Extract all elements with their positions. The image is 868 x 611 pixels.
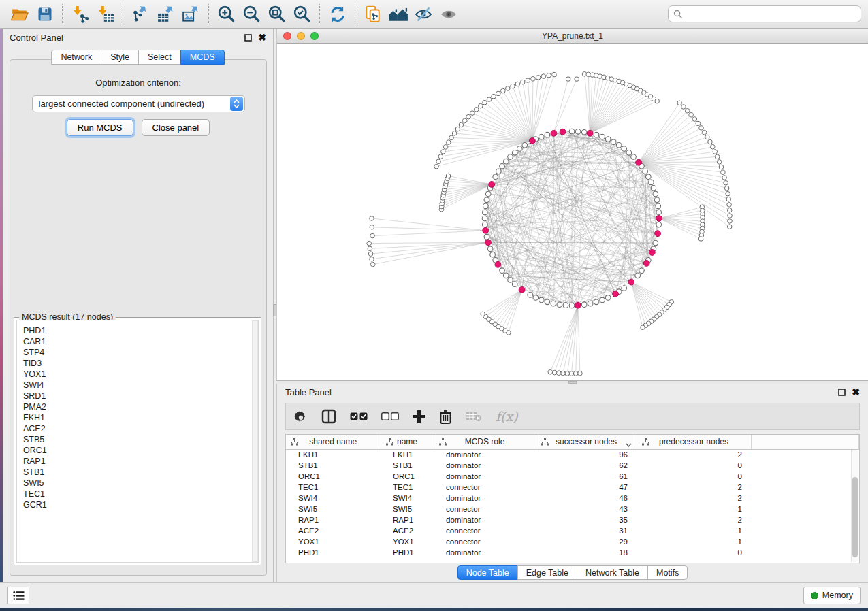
save-session-button[interactable] [32, 3, 57, 25]
window-zoom-traffic-light[interactable] [310, 32, 319, 40]
tab-mcds[interactable]: MCDS [180, 50, 225, 65]
window-close-traffic-light[interactable] [283, 32, 291, 40]
mcds-result-item[interactable]: ORC1 [23, 445, 258, 456]
export-table-button[interactable] [153, 3, 178, 25]
mcds-result-item[interactable]: TEC1 [23, 489, 258, 499]
close-panel-button[interactable]: Close panel [142, 119, 210, 136]
network-canvas[interactable] [277, 44, 868, 380]
vertical-splitter[interactable] [273, 29, 276, 582]
splitter-handle[interactable] [568, 381, 577, 384]
table-scrollbar-thumb[interactable] [852, 477, 858, 557]
plus-icon [413, 410, 425, 423]
mcds-result-item[interactable]: GCR1 [23, 499, 258, 510]
mcds-result-item[interactable]: CAR1 [23, 336, 258, 347]
column-header-MCDS-role[interactable]: MCDS role [434, 435, 536, 449]
search-input[interactable] [686, 10, 856, 19]
table-row[interactable]: FKH1FKH1dominator962 [286, 449, 859, 460]
graph-node [504, 273, 509, 278]
column-header-predecessor-nodes[interactable]: predecessor nodes [637, 435, 751, 449]
mcds-result-item[interactable]: FKH1 [23, 412, 258, 423]
close-panel-icon[interactable]: ✖ [258, 33, 266, 42]
refresh-layout-button[interactable] [325, 3, 350, 25]
clone-network-button[interactable] [360, 3, 385, 25]
tab-edge-table[interactable]: Edge Table [517, 565, 577, 580]
table-row[interactable]: ACE2ACE2connector311 [286, 525, 859, 536]
show-panels-button[interactable] [7, 587, 29, 604]
window-minimize-traffic-light[interactable] [297, 32, 305, 40]
tab-network-table[interactable]: Network Table [577, 565, 648, 580]
table-cell: STB1 [381, 460, 434, 471]
show-all-button[interactable] [436, 3, 461, 25]
table-row[interactable]: SWI4SWI4dominator462 [286, 493, 859, 503]
select-all-button[interactable] [350, 407, 368, 426]
save-icon [37, 6, 53, 22]
add-column-button[interactable] [413, 407, 425, 426]
table-row[interactable]: PHD1PHD1dominator180 [286, 547, 859, 558]
close-panel-icon[interactable]: ✖ [852, 387, 860, 397]
table-row[interactable]: SWI5SWI5connector431 [286, 503, 859, 514]
import-network-button[interactable] [67, 3, 93, 25]
leaf-node [699, 126, 704, 131]
mcds-result-item[interactable]: ACE2 [23, 423, 258, 434]
tab-node-table[interactable]: Node Table [457, 565, 518, 580]
criterion-select[interactable]: largest connected component (undirected) [32, 95, 245, 112]
table-row[interactable]: TEC1TEC1connector472 [286, 482, 859, 493]
table-panel-title: Table Panel [285, 387, 332, 397]
column-header-name[interactable]: name [381, 435, 434, 449]
delete-columns-button[interactable] [439, 407, 452, 426]
tab-motifs[interactable]: Motifs [647, 565, 688, 580]
open-file-button[interactable] [7, 3, 32, 25]
table-row[interactable]: STB1STB1dominator620 [286, 460, 859, 471]
mcds-result-item[interactable]: YOX1 [23, 369, 258, 380]
horizontal-splitter[interactable] [276, 381, 868, 384]
leaf-node [575, 77, 579, 82]
hide-selected-button[interactable] [411, 3, 436, 25]
table-row[interactable]: YOX1YOX1connector291 [286, 536, 859, 547]
mcds-result-item[interactable]: PMA2 [23, 401, 258, 412]
mcds-result-item[interactable]: SRD1 [23, 391, 258, 401]
zoom-selected-button[interactable] [289, 3, 315, 25]
zoom-out-button[interactable] [239, 3, 264, 25]
graph-node [656, 210, 662, 215]
network-title: YPA_prune.txt_1 [542, 31, 603, 41]
float-panel-icon[interactable] [244, 34, 252, 42]
leaf-node [715, 154, 720, 159]
mcds-result-item[interactable]: TID3 [23, 358, 258, 369]
tab-network[interactable]: Network [51, 50, 101, 65]
table-row[interactable]: ORC1ORC1dominator610 [286, 471, 859, 482]
splitter-handle[interactable] [273, 304, 276, 316]
mcds-result-item[interactable]: STP4 [23, 347, 258, 358]
leaf-node [455, 127, 460, 131]
export-network-button[interactable] [128, 3, 153, 25]
graph-node [605, 137, 611, 142]
export-image-button[interactable] [178, 3, 204, 25]
zoom-fit-button[interactable] [264, 3, 289, 25]
tab-select[interactable]: Select [138, 50, 181, 65]
search-field[interactable] [668, 5, 861, 22]
table-scrollbar[interactable] [851, 450, 858, 562]
leaf-node [573, 371, 578, 376]
show-column-panel-button[interactable] [321, 407, 336, 426]
first-neighbors-button[interactable] [385, 3, 411, 25]
mcds-result-item[interactable]: STB5 [23, 434, 258, 445]
result-list-scrollbar[interactable] [252, 320, 258, 562]
memory-button[interactable]: Memory [803, 587, 861, 604]
table-cell-filler [751, 547, 859, 558]
mcds-result-item[interactable]: SWI5 [23, 478, 258, 489]
mcds-result-item[interactable]: RAP1 [23, 456, 258, 467]
mcds-result-list[interactable]: PHD1CAR1STP4TID3YOX1SWI4SRD1PMA2FKH1ACE2… [16, 320, 259, 563]
mcds-result-item[interactable]: PHD1 [23, 325, 258, 336]
table-options-button[interactable] [294, 407, 308, 426]
import-table-button[interactable] [93, 3, 118, 25]
column-header-successor-nodes[interactable]: successor nodes [536, 435, 637, 449]
table-cell: connector [434, 503, 536, 514]
mcds-result-item[interactable]: SWI4 [23, 380, 258, 391]
table-row[interactable]: RAP1RAP1dominator352 [286, 514, 859, 525]
run-mcds-button[interactable]: Run MCDS [67, 119, 133, 136]
mcds-result-item[interactable]: STB1 [23, 467, 258, 478]
tab-style[interactable]: Style [101, 50, 139, 65]
column-header-shared-name[interactable]: shared name [286, 435, 381, 449]
float-panel-icon[interactable] [838, 389, 846, 396]
deselect-all-button[interactable] [381, 407, 399, 426]
zoom-in-button[interactable] [214, 3, 239, 25]
